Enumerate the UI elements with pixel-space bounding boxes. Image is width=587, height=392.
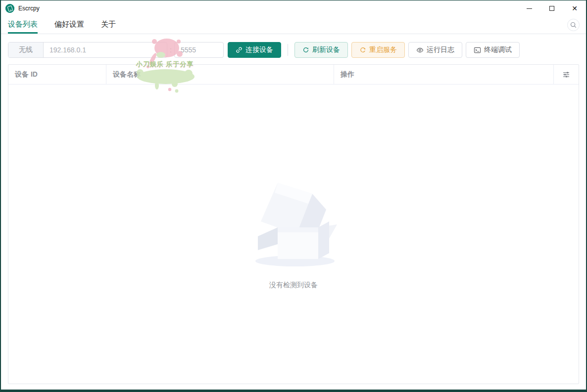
search-button[interactable] [567, 19, 580, 31]
connect-device-button[interactable]: 连接设备 [228, 42, 281, 58]
link-icon [236, 46, 243, 53]
terminal-icon [474, 46, 481, 54]
device-table: 设备 ID 设备名称 操作 [8, 64, 579, 384]
restart-service-button[interactable]: 重启服务 [351, 42, 405, 58]
column-header-device-name: 设备名称 [106, 65, 334, 84]
sliders-icon [562, 71, 570, 79]
column-settings-button[interactable] [554, 65, 579, 84]
close-button[interactable]: ✕ [563, 0, 586, 16]
close-icon: ✕ [572, 5, 578, 12]
search-icon [570, 22, 577, 28]
toolbar-divider [288, 44, 288, 56]
title-bar: Escrcpy ✕ [1, 0, 586, 16]
refresh-icon [302, 46, 309, 53]
tab-about[interactable]: 关于 [101, 16, 116, 34]
tab-bar: 设备列表 偏好设置 关于 [1, 16, 586, 34]
empty-state-text: 没有检测到设备 [269, 281, 318, 290]
window-controls: ✕ [518, 0, 586, 16]
terminal-debug-button[interactable]: 终端调试 [466, 42, 520, 58]
port-input[interactable] [175, 43, 223, 57]
port-input-wrap [174, 42, 224, 58]
column-header-actions: 操作 [334, 65, 554, 84]
device-table-body: 没有检测到设备 [8, 85, 579, 384]
tab-device-list[interactable]: 设备列表 [8, 16, 38, 34]
device-table-header: 设备 ID 设备名称 操作 [8, 65, 579, 85]
restart-icon [359, 46, 366, 53]
connection-toolbar: 无线 : 连接设备 刷新设备 [1, 34, 586, 64]
tab-preferences[interactable]: 偏好设置 [54, 16, 84, 34]
column-header-device-id: 设备 ID [8, 65, 106, 84]
refresh-devices-button[interactable]: 刷新设备 [294, 42, 348, 58]
app-window: Escrcpy ✕ 设备列表 偏好设置 关于 无线 : [0, 0, 587, 392]
maximize-icon [549, 6, 554, 11]
run-log-button[interactable]: 运行日志 [408, 42, 462, 58]
window-title: Escrcpy [18, 5, 40, 12]
maximize-button[interactable] [540, 0, 563, 16]
host-port-separator: : [170, 46, 172, 54]
connection-mode-select[interactable]: 无线 [8, 43, 44, 57]
eye-icon [416, 46, 424, 54]
host-input[interactable] [44, 43, 167, 57]
minimize-button[interactable] [518, 0, 540, 16]
minimize-icon [527, 8, 532, 9]
app-logo-icon [5, 4, 14, 13]
empty-box-illustration [249, 179, 338, 267]
wireless-address-group: 无线 [8, 42, 167, 58]
